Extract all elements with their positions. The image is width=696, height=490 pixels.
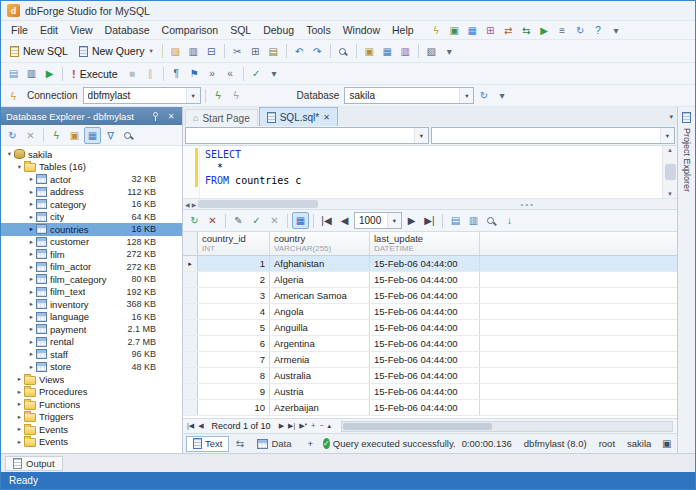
cell-last_update[interactable]: 15-Feb-06 04:44:00 bbox=[370, 336, 480, 351]
post-edit-icon[interactable]: ✓ bbox=[248, 212, 265, 229]
cell-last_update[interactable]: 15-Feb-06 04:44:00 bbox=[370, 304, 480, 319]
undo-icon[interactable]: ↶ bbox=[291, 43, 308, 60]
connection-combo[interactable]: dbfmylast ▾ bbox=[83, 87, 201, 104]
query-builder-icon[interactable]: ⊞ bbox=[482, 22, 499, 39]
column-header-last_update[interactable]: last_updateDATETIME bbox=[370, 232, 480, 255]
export-icon[interactable]: ↓ bbox=[501, 212, 518, 229]
cell-country[interactable]: Azerbaijan bbox=[270, 400, 370, 415]
save-all-icon[interactable]: ⊟ bbox=[203, 43, 220, 60]
insert-record-button[interactable]: + bbox=[309, 422, 317, 430]
tree-node-functions[interactable]: ▸Functions bbox=[1, 398, 182, 411]
grid-view-icon[interactable]: ▥ bbox=[465, 212, 482, 229]
new-database-icon[interactable]: ▣ bbox=[446, 22, 463, 39]
expander-icon[interactable]: ▸ bbox=[15, 413, 24, 421]
cell-country_id[interactable]: 5 bbox=[198, 320, 270, 335]
tab-sql-document[interactable]: SQL.sql* ✕ bbox=[259, 107, 338, 126]
expander-icon[interactable]: ▸ bbox=[27, 350, 36, 358]
refresh-icon[interactable]: ↻ bbox=[4, 127, 21, 144]
cell-country_id[interactable]: 9 bbox=[198, 384, 270, 399]
table-designer-icon[interactable]: ▦ bbox=[464, 22, 481, 39]
grid-mode-icon[interactable]: ▦ bbox=[292, 212, 309, 229]
tree-node-table-film_actor[interactable]: ▸film_actor272 KB bbox=[1, 261, 182, 274]
expander-icon[interactable]: ▾ bbox=[5, 150, 14, 158]
cancel-results-icon[interactable]: ✕ bbox=[204, 212, 221, 229]
tree-node-table-language[interactable]: ▸language16 KB bbox=[1, 311, 182, 324]
tree-node-table-store[interactable]: ▸store48 KB bbox=[1, 361, 182, 374]
tree-node-table-countries[interactable]: ▸countries16 KB bbox=[1, 223, 182, 236]
delete-record-button[interactable]: − bbox=[317, 422, 325, 430]
outdent-icon[interactable]: « bbox=[222, 65, 239, 82]
connect-icon[interactable]: ϟ bbox=[48, 127, 65, 144]
run-icon[interactable]: ▶ bbox=[41, 65, 58, 82]
tree-node-table-actor[interactable]: ▸actor32 KB bbox=[1, 173, 182, 186]
expander-icon[interactable]: ▸ bbox=[27, 175, 36, 183]
new-query-button[interactable]: New Query▾ bbox=[74, 42, 158, 61]
table-row[interactable]: 8Australia15-Feb-06 04:44:00 bbox=[183, 368, 677, 384]
table-row[interactable]: 6Argentina15-Feb-06 04:44:00 bbox=[183, 336, 677, 352]
expander-icon[interactable]: ▸ bbox=[15, 388, 24, 396]
tab-data[interactable]: Data bbox=[250, 436, 298, 452]
expander-icon[interactable]: ▸ bbox=[27, 213, 36, 221]
scroll-left-icon[interactable]: ◀ bbox=[185, 201, 190, 208]
expander-icon[interactable]: ▸ bbox=[27, 300, 36, 308]
expander-icon[interactable]: ▸ bbox=[27, 313, 36, 321]
tree-node-table-film_text[interactable]: ▸film_text192 KB bbox=[1, 286, 182, 299]
tree-node-table-category[interactable]: ▸category16 KB bbox=[1, 198, 182, 211]
table-row[interactable]: 9Austria15-Feb-06 04:44:00 bbox=[183, 384, 677, 400]
cell-country[interactable]: Afghanistan bbox=[270, 256, 370, 271]
refresh-results-icon[interactable]: ↻ bbox=[186, 212, 203, 229]
last-page-icon[interactable]: ▶| bbox=[421, 212, 438, 229]
help-icon[interactable]: ? bbox=[590, 22, 607, 39]
table-row[interactable]: 5Anguilla15-Feb-06 04:44:00 bbox=[183, 320, 677, 336]
search-icon[interactable] bbox=[120, 127, 137, 144]
prev-record-button[interactable]: ◀ bbox=[196, 422, 205, 430]
expander-icon[interactable]: ▸ bbox=[27, 263, 36, 271]
table-row[interactable]: 3American Samoa15-Feb-06 04:44:00 bbox=[183, 288, 677, 304]
append-record-button[interactable]: ▶* bbox=[297, 422, 309, 430]
options-icon[interactable]: ≡ bbox=[554, 22, 571, 39]
cell-last_update[interactable]: 15-Feb-06 04:44:00 bbox=[370, 400, 480, 415]
server-monitor-icon[interactable]: ▣ bbox=[658, 435, 675, 452]
show-objects-icon[interactable]: ▦ bbox=[84, 127, 101, 144]
tab-start-page[interactable]: ⌂ Start Page bbox=[185, 109, 258, 126]
output-tab[interactable]: Output bbox=[5, 456, 63, 471]
cell-country_id[interactable]: 4 bbox=[198, 304, 270, 319]
filter-icon[interactable]: ∇ bbox=[102, 127, 119, 144]
cell-last_update[interactable]: 15-Feb-06 04:44:00 bbox=[370, 272, 480, 287]
first-page-icon[interactable]: |◀ bbox=[318, 212, 335, 229]
layout-swap-icon[interactable]: ⇆ bbox=[231, 435, 248, 452]
toolbar-overflow-icon[interactable]: ▾ bbox=[441, 43, 458, 60]
expander-icon[interactable]: ▸ bbox=[27, 225, 36, 233]
next-record-button[interactable]: ▶ bbox=[277, 422, 286, 430]
member-combo[interactable]: ▾ bbox=[431, 127, 675, 144]
tree-node-table-inventory[interactable]: ▸inventory368 KB bbox=[1, 298, 182, 311]
editor-code[interactable]: SELECT *FROM countries c bbox=[200, 146, 662, 198]
tree-node-table-address[interactable]: ▸address112 KB bbox=[1, 186, 182, 199]
connbar-overflow-icon[interactable]: ▾ bbox=[493, 87, 510, 104]
cell-country[interactable]: American Samoa bbox=[270, 288, 370, 303]
cell-last_update[interactable]: 15-Feb-06 04:44:00 bbox=[370, 256, 480, 271]
project-explorer-tab[interactable]: Project Explorer bbox=[682, 128, 692, 192]
plug-icon[interactable]: ϟ bbox=[5, 88, 22, 105]
table-row[interactable]: 2Algeria15-Feb-06 04:44:00 bbox=[183, 272, 677, 288]
cell-country_id[interactable]: 1 bbox=[198, 256, 270, 271]
column-header-country[interactable]: countryVARCHAR(255) bbox=[270, 232, 370, 255]
prev-page-icon[interactable]: ◀ bbox=[336, 212, 353, 229]
disconnect-icon[interactable]: ϟ bbox=[228, 87, 245, 104]
tree-node-tables-group[interactable]: ▾Tables (16) bbox=[1, 161, 182, 174]
scrollbar-thumb[interactable] bbox=[665, 164, 676, 180]
menu-edit[interactable]: Edit bbox=[34, 24, 64, 36]
expander-icon[interactable]: ▸ bbox=[27, 338, 36, 346]
next-page-icon[interactable]: ▶ bbox=[403, 212, 420, 229]
edit-cell-icon[interactable]: ✎ bbox=[230, 212, 247, 229]
find-icon[interactable] bbox=[335, 43, 352, 60]
scroll-up-icon[interactable]: ▲ bbox=[667, 147, 673, 153]
tab-add[interactable]: + bbox=[301, 436, 321, 452]
document-map-icon[interactable]: ▤ bbox=[5, 65, 22, 82]
editor-vertical-scrollbar[interactable]: ▲ ▼ bbox=[662, 146, 677, 198]
scroll-down-icon[interactable]: ▼ bbox=[667, 191, 673, 197]
new-sql-button[interactable]: New SQL bbox=[5, 42, 73, 61]
chevron-down-icon[interactable]: ▾ bbox=[660, 128, 674, 143]
expander-icon[interactable]: ▸ bbox=[27, 238, 36, 246]
find-in-grid-icon[interactable] bbox=[483, 212, 500, 229]
